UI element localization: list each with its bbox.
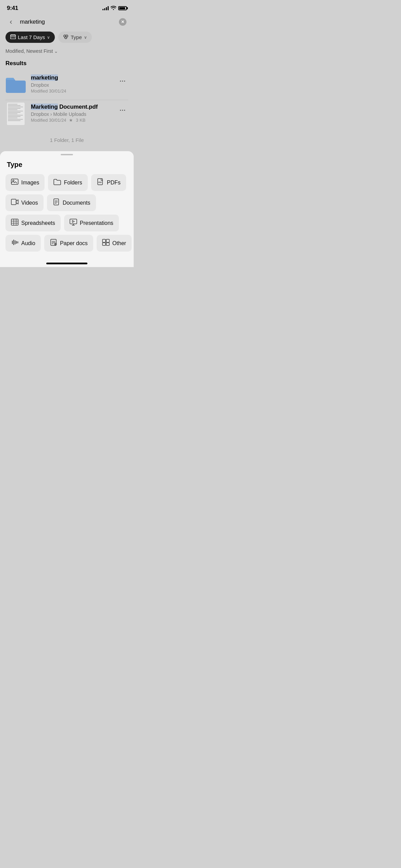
svg-rect-14 — [11, 199, 16, 205]
type-chip-presentations[interactable]: Presentations — [64, 215, 119, 231]
folders-icon — [53, 178, 61, 187]
type-chip-pdfs[interactable]: PDF PDFs — [91, 174, 126, 191]
type-row-4: Audio Paper docs — [5, 235, 128, 252]
search-input-container[interactable]: marketing — [20, 19, 114, 25]
results-section: Results marketing Dropbox Modified 30/01… — [0, 57, 134, 130]
signal-icon — [102, 6, 109, 10]
type-row-1: Images Folders PDF PDFs — [5, 174, 128, 191]
folder-item-path: Dropbox — [31, 82, 112, 88]
svg-rect-41 — [102, 243, 106, 245]
result-item-pdf[interactable]: Marketing Document.pdf Dropbox › Mobile … — [5, 100, 128, 129]
type-chip-documents[interactable]: Documents — [47, 194, 96, 211]
folder-item-name: marketing — [31, 74, 112, 81]
type-row-2: Videos Documents — [5, 194, 128, 211]
name-highlight: marketing — [31, 74, 58, 81]
folders-label: Folders — [64, 180, 82, 186]
folder-modified-date: Modified 30/01/24 — [31, 88, 66, 94]
paper-docs-label: Paper docs — [60, 240, 88, 246]
pdf-modified-date: Modified 30/01/24 — [31, 118, 66, 123]
search-query-text: marketing — [20, 19, 45, 25]
bottom-sheet: Type Images Folde — [0, 151, 134, 258]
presentations-label: Presentations — [80, 220, 113, 226]
back-arrow-icon: ‹ — [10, 17, 12, 26]
svg-rect-19 — [11, 219, 18, 225]
pdf-thumb-preview — [7, 102, 25, 125]
spreadsheets-icon — [11, 219, 19, 227]
results-summary: 1 Folder, 1 File — [0, 130, 134, 150]
pdf-more-icon: ··· — [120, 107, 126, 114]
presentations-icon — [70, 219, 77, 227]
wifi-icon — [111, 6, 116, 11]
audio-label: Audio — [21, 240, 35, 246]
svg-rect-2 — [12, 34, 12, 35]
search-header: ‹ marketing ✕ — [0, 14, 134, 32]
pdf-item-path: Dropbox › Mobile Uploads — [31, 111, 112, 117]
svg-rect-5 — [13, 37, 13, 37]
type-chip-audio[interactable]: Audio — [5, 235, 41, 252]
more-icon: ··· — [120, 78, 126, 85]
type-chip-paper-docs[interactable]: Paper docs — [44, 235, 93, 252]
pdf-more-button[interactable]: ··· — [117, 105, 128, 116]
type-grid: Images Folders PDF PDFs — [0, 174, 134, 252]
sort-row[interactable]: Modified, Newest First ⌄ — [0, 47, 134, 57]
spreadsheets-label: Spreadsheets — [21, 220, 55, 226]
type-chip-images[interactable]: Images — [5, 174, 45, 191]
status-time: 9:41 — [7, 5, 18, 12]
pdfs-label: PDFs — [107, 180, 121, 186]
svg-rect-24 — [70, 219, 77, 224]
pdfs-icon: PDF — [97, 178, 104, 187]
folder-item-info: marketing Dropbox Modified 30/01/24 — [31, 74, 112, 94]
type-filter-chevron: ∨ — [84, 35, 87, 40]
svg-rect-39 — [102, 239, 106, 242]
pdf-thumbnail — [5, 104, 26, 124]
type-filter-label: Type — [71, 34, 82, 40]
svg-rect-6 — [14, 37, 15, 37]
results-label: Results — [5, 60, 128, 67]
result-item-folder[interactable]: marketing Dropbox Modified 30/01/24 ··· — [5, 71, 128, 100]
status-icons — [102, 6, 127, 11]
type-chip-folders[interactable]: Folders — [48, 174, 87, 191]
sheet-handle — [61, 154, 73, 155]
sheet-title: Type — [0, 161, 134, 174]
filter-row: Last 7 Days ∨ Type ∨ — [0, 32, 134, 47]
pdf-file-size: 3 KB — [76, 118, 85, 123]
calendar-icon — [10, 34, 16, 40]
sort-chevron-icon: ⌄ — [54, 49, 58, 54]
type-chip-videos[interactable]: Videos — [5, 194, 44, 211]
images-icon — [11, 178, 19, 187]
svg-point-9 — [65, 37, 67, 39]
date-filter-chip[interactable]: Last 7 Days ∨ — [5, 32, 55, 43]
home-bar — [46, 263, 87, 264]
other-icon — [102, 239, 110, 248]
type-chip-other[interactable]: Other — [97, 235, 132, 252]
pdf-item-name: Marketing Document.pdf — [31, 104, 112, 110]
pdf-name-rest: Document.pdf — [58, 104, 98, 110]
videos-label: Videos — [21, 200, 38, 206]
date-filter-chevron: ∨ — [47, 35, 50, 40]
folder-item-meta: Modified 30/01/24 — [31, 88, 112, 94]
type-chip-spreadsheets[interactable]: Spreadsheets — [5, 215, 61, 231]
svg-rect-10 — [11, 179, 18, 184]
clear-icon: ✕ — [119, 18, 126, 26]
documents-label: Documents — [63, 200, 90, 206]
pdf-name-highlight: Marketing — [31, 104, 58, 110]
svg-rect-3 — [14, 34, 14, 35]
status-bar: 9:41 — [0, 0, 134, 14]
type-row-3: Spreadsheets Presentations — [5, 215, 128, 231]
other-label: Other — [112, 240, 126, 246]
type-filter-icon — [63, 34, 69, 40]
clear-button[interactable]: ✕ — [117, 16, 128, 27]
images-label: Images — [21, 180, 39, 186]
audio-icon — [11, 239, 19, 248]
folder-icon — [6, 76, 26, 93]
folder-more-button[interactable]: ··· — [117, 76, 128, 87]
type-filter-chip[interactable]: Type ∨ — [58, 32, 92, 43]
svg-rect-4 — [11, 37, 12, 37]
paper-docs-icon — [50, 239, 57, 248]
pdf-star-icon: ★ — [69, 118, 73, 123]
svg-rect-42 — [106, 243, 109, 245]
svg-point-11 — [13, 180, 14, 181]
pdf-item-meta: Modified 30/01/24 ★ 3 KB — [31, 118, 112, 123]
back-button[interactable]: ‹ — [5, 16, 16, 27]
battery-icon — [118, 6, 127, 10]
